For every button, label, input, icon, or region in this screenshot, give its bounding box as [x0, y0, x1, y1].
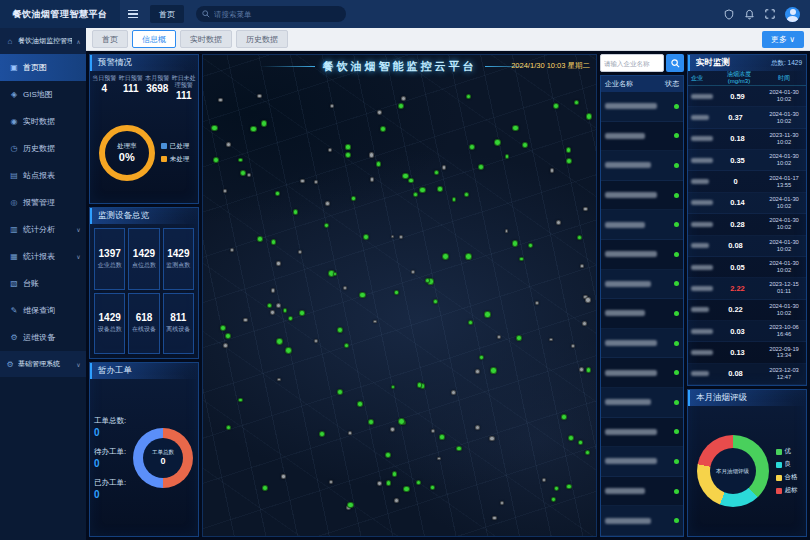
online-map-marker[interactable] — [213, 157, 219, 163]
offline-map-marker[interactable] — [500, 501, 504, 505]
offline-map-marker[interactable] — [243, 318, 247, 322]
online-map-marker[interactable] — [271, 239, 276, 244]
online-map-marker[interactable] — [468, 320, 473, 325]
online-map-marker[interactable] — [578, 440, 583, 445]
enterprise-row[interactable] — [601, 299, 683, 329]
sidebar-item[interactable]: ✎ 维保查询 — [0, 297, 86, 324]
sidebar-item[interactable]: ◷ 历史数据 — [0, 135, 86, 162]
enterprise-row[interactable] — [601, 388, 683, 418]
offline-map-marker[interactable] — [401, 96, 406, 101]
realtime-row[interactable]: 0.18 2023-11-30 10:02 — [688, 129, 806, 150]
enterprise-row[interactable] — [601, 181, 683, 211]
offline-map-marker[interactable] — [475, 425, 480, 430]
online-map-marker[interactable] — [528, 243, 533, 248]
offline-map-marker[interactable] — [579, 367, 584, 372]
online-map-marker[interactable] — [275, 191, 280, 196]
online-map-marker[interactable] — [276, 338, 283, 345]
online-map-marker[interactable] — [240, 170, 246, 176]
online-map-marker[interactable] — [267, 303, 272, 308]
offline-map-marker[interactable] — [451, 390, 456, 395]
offline-map-marker[interactable] — [230, 248, 234, 252]
offline-map-marker[interactable] — [300, 179, 304, 183]
online-map-marker[interactable] — [490, 367, 497, 374]
offline-map-marker[interactable] — [377, 481, 382, 486]
online-map-marker[interactable] — [519, 257, 524, 262]
enterprise-row[interactable] — [601, 418, 683, 448]
online-map-marker[interactable] — [293, 209, 298, 214]
bell-icon[interactable] — [744, 9, 755, 20]
sidebar-item[interactable]: ◎ 报警管理 — [0, 189, 86, 216]
offline-map-marker[interactable] — [377, 110, 382, 115]
tab[interactable]: 首页 — [92, 30, 128, 48]
realtime-row[interactable]: 0 2024-01-17 13:55 — [688, 171, 806, 192]
online-map-marker[interactable] — [368, 419, 374, 425]
offline-map-marker[interactable] — [330, 104, 334, 108]
online-map-marker[interactable] — [391, 385, 396, 390]
offline-map-marker[interactable] — [373, 320, 377, 324]
online-map-marker[interactable] — [345, 144, 350, 149]
online-map-marker[interactable] — [337, 389, 343, 395]
online-map-marker[interactable] — [439, 434, 445, 440]
online-map-marker[interactable] — [408, 178, 414, 184]
online-map-marker[interactable] — [561, 414, 566, 419]
realtime-row[interactable]: 2.22 2023-12-15 01:11 — [688, 278, 806, 299]
enterprise-row[interactable] — [601, 358, 683, 388]
online-map-marker[interactable] — [337, 327, 343, 333]
tab[interactable]: 信息概 — [132, 30, 176, 48]
map-canvas[interactable]: 餐饮油烟智能监控云平台 2024/1/30 10:03 星期二 — [202, 54, 597, 537]
enterprise-row[interactable] — [601, 210, 683, 240]
offline-map-marker[interactable] — [298, 250, 302, 254]
offline-map-marker[interactable] — [556, 220, 561, 225]
online-map-marker[interactable] — [220, 325, 226, 331]
online-map-marker[interactable] — [333, 272, 338, 277]
sidebar-item[interactable]: ⚙ 运维设备 — [0, 324, 86, 351]
online-map-marker[interactable] — [554, 486, 559, 491]
online-map-marker[interactable] — [288, 316, 293, 321]
offline-map-marker[interactable] — [271, 288, 275, 292]
realtime-row[interactable]: 0.03 2023-10-06 16:46 — [688, 321, 806, 342]
online-map-marker[interactable] — [398, 103, 404, 109]
offline-map-marker[interactable] — [549, 338, 553, 342]
fullscreen-icon[interactable] — [765, 9, 775, 19]
offline-map-marker[interactable] — [277, 378, 281, 382]
online-map-marker[interactable] — [586, 113, 593, 120]
tab[interactable]: 实时数据 — [180, 30, 232, 48]
offline-map-marker[interactable] — [550, 168, 555, 173]
online-map-marker[interactable] — [257, 236, 262, 241]
online-map-marker[interactable] — [416, 480, 421, 485]
online-map-marker[interactable] — [574, 100, 579, 105]
topbar-search-input[interactable] — [214, 10, 340, 19]
offline-map-marker[interactable] — [223, 189, 227, 193]
offline-map-marker[interactable] — [583, 207, 588, 212]
online-map-marker[interactable] — [250, 126, 256, 132]
shield-icon[interactable] — [724, 9, 734, 20]
offline-map-marker[interactable] — [218, 98, 223, 103]
online-map-marker[interactable] — [359, 292, 366, 299]
offline-map-marker[interactable] — [276, 303, 281, 308]
online-map-marker[interactable] — [398, 418, 405, 425]
online-map-marker[interactable] — [577, 235, 582, 240]
online-map-marker[interactable] — [376, 161, 381, 166]
sidebar-item[interactable]: ▧ 台账 — [0, 270, 86, 297]
online-map-marker[interactable] — [238, 398, 243, 403]
online-map-marker[interactable] — [403, 486, 410, 493]
offline-map-marker[interactable] — [431, 429, 435, 433]
online-map-marker[interactable] — [566, 484, 571, 489]
user-avatar[interactable] — [785, 7, 800, 22]
online-map-marker[interactable] — [394, 290, 399, 295]
online-map-marker[interactable] — [238, 158, 243, 163]
online-map-marker[interactable] — [417, 382, 422, 387]
realtime-row[interactable]: 0.08 2024-01-30 10:02 — [688, 236, 806, 257]
online-map-marker[interactable] — [553, 103, 559, 109]
online-map-marker[interactable] — [516, 335, 522, 341]
online-map-marker[interactable] — [283, 308, 288, 313]
enterprise-search-button[interactable] — [666, 54, 684, 72]
offline-map-marker[interactable] — [580, 264, 584, 268]
online-map-marker[interactable] — [484, 311, 491, 318]
sidebar-item[interactable]: ◈ GIS地图 — [0, 81, 86, 108]
sidebar-item[interactable]: ▣ 首页图 — [0, 54, 86, 81]
offline-map-marker[interactable] — [270, 310, 275, 315]
offline-map-marker[interactable] — [475, 369, 480, 374]
sidebar-item[interactable]: ◉ 实时数据 — [0, 108, 86, 135]
online-map-marker[interactable] — [419, 187, 426, 194]
